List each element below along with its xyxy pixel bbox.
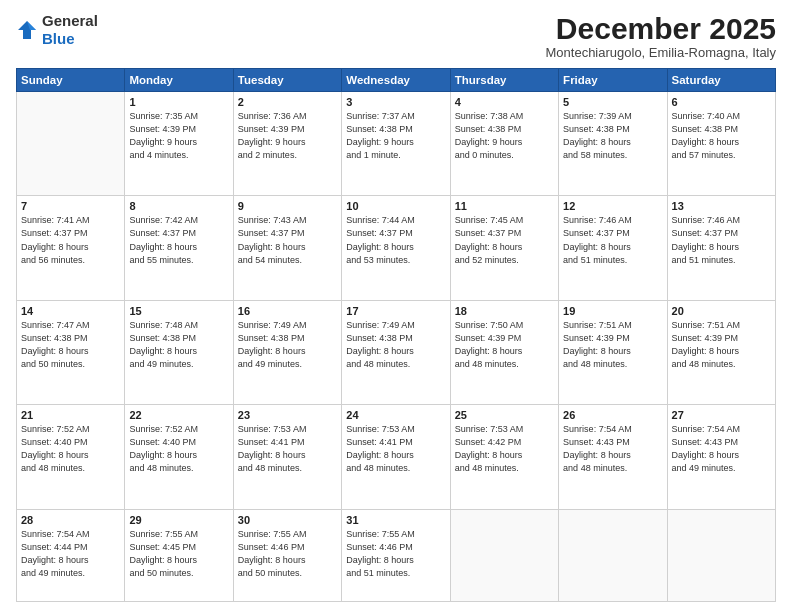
calendar-cell: 13Sunrise: 7:46 AMSunset: 4:37 PMDayligh… xyxy=(667,196,775,300)
day-number: 17 xyxy=(346,305,445,317)
day-info: Sunrise: 7:43 AMSunset: 4:37 PMDaylight:… xyxy=(238,214,337,266)
day-info: Sunrise: 7:54 AMSunset: 4:43 PMDaylight:… xyxy=(563,423,662,475)
calendar-week-4: 21Sunrise: 7:52 AMSunset: 4:40 PMDayligh… xyxy=(17,405,776,509)
calendar-cell: 10Sunrise: 7:44 AMSunset: 4:37 PMDayligh… xyxy=(342,196,450,300)
day-info: Sunrise: 7:47 AMSunset: 4:38 PMDaylight:… xyxy=(21,319,120,371)
calendar-cell xyxy=(667,509,775,601)
day-info: Sunrise: 7:52 AMSunset: 4:40 PMDaylight:… xyxy=(129,423,228,475)
calendar-cell: 16Sunrise: 7:49 AMSunset: 4:38 PMDayligh… xyxy=(233,300,341,404)
day-number: 19 xyxy=(563,305,662,317)
day-number: 28 xyxy=(21,514,120,526)
calendar-cell: 3Sunrise: 7:37 AMSunset: 4:38 PMDaylight… xyxy=(342,92,450,196)
day-info: Sunrise: 7:50 AMSunset: 4:39 PMDaylight:… xyxy=(455,319,554,371)
calendar-cell: 28Sunrise: 7:54 AMSunset: 4:44 PMDayligh… xyxy=(17,509,125,601)
day-number: 13 xyxy=(672,200,771,212)
day-info: Sunrise: 7:53 AMSunset: 4:41 PMDaylight:… xyxy=(346,423,445,475)
weekday-header-tuesday: Tuesday xyxy=(233,69,341,92)
calendar-table: SundayMondayTuesdayWednesdayThursdayFrid… xyxy=(16,68,776,602)
calendar-cell: 22Sunrise: 7:52 AMSunset: 4:40 PMDayligh… xyxy=(125,405,233,509)
title-area: December 2025 Montechiarugolo, Emilia-Ro… xyxy=(546,12,777,60)
calendar-cell xyxy=(17,92,125,196)
calendar-cell: 8Sunrise: 7:42 AMSunset: 4:37 PMDaylight… xyxy=(125,196,233,300)
day-number: 11 xyxy=(455,200,554,212)
day-info: Sunrise: 7:37 AMSunset: 4:38 PMDaylight:… xyxy=(346,110,445,162)
day-info: Sunrise: 7:53 AMSunset: 4:42 PMDaylight:… xyxy=(455,423,554,475)
day-info: Sunrise: 7:44 AMSunset: 4:37 PMDaylight:… xyxy=(346,214,445,266)
day-number: 23 xyxy=(238,409,337,421)
day-info: Sunrise: 7:35 AMSunset: 4:39 PMDaylight:… xyxy=(129,110,228,162)
day-number: 2 xyxy=(238,96,337,108)
calendar-cell: 25Sunrise: 7:53 AMSunset: 4:42 PMDayligh… xyxy=(450,405,558,509)
calendar-week-5: 28Sunrise: 7:54 AMSunset: 4:44 PMDayligh… xyxy=(17,509,776,601)
logo-text: General Blue xyxy=(42,12,98,48)
day-info: Sunrise: 7:46 AMSunset: 4:37 PMDaylight:… xyxy=(563,214,662,266)
calendar-cell: 1Sunrise: 7:35 AMSunset: 4:39 PMDaylight… xyxy=(125,92,233,196)
calendar-cell: 11Sunrise: 7:45 AMSunset: 4:37 PMDayligh… xyxy=(450,196,558,300)
day-number: 7 xyxy=(21,200,120,212)
day-info: Sunrise: 7:39 AMSunset: 4:38 PMDaylight:… xyxy=(563,110,662,162)
day-number: 25 xyxy=(455,409,554,421)
day-info: Sunrise: 7:49 AMSunset: 4:38 PMDaylight:… xyxy=(238,319,337,371)
month-title: December 2025 xyxy=(546,12,777,45)
day-info: Sunrise: 7:54 AMSunset: 4:44 PMDaylight:… xyxy=(21,528,120,580)
calendar-cell: 17Sunrise: 7:49 AMSunset: 4:38 PMDayligh… xyxy=(342,300,450,404)
day-number: 24 xyxy=(346,409,445,421)
day-info: Sunrise: 7:55 AMSunset: 4:45 PMDaylight:… xyxy=(129,528,228,580)
weekday-header-monday: Monday xyxy=(125,69,233,92)
logo-general: General xyxy=(42,12,98,29)
calendar-cell: 18Sunrise: 7:50 AMSunset: 4:39 PMDayligh… xyxy=(450,300,558,404)
day-number: 8 xyxy=(129,200,228,212)
day-info: Sunrise: 7:51 AMSunset: 4:39 PMDaylight:… xyxy=(563,319,662,371)
calendar-cell: 7Sunrise: 7:41 AMSunset: 4:37 PMDaylight… xyxy=(17,196,125,300)
logo: General Blue xyxy=(16,12,98,48)
day-number: 26 xyxy=(563,409,662,421)
calendar-cell: 5Sunrise: 7:39 AMSunset: 4:38 PMDaylight… xyxy=(559,92,667,196)
day-info: Sunrise: 7:53 AMSunset: 4:41 PMDaylight:… xyxy=(238,423,337,475)
weekday-header-saturday: Saturday xyxy=(667,69,775,92)
day-number: 20 xyxy=(672,305,771,317)
calendar-cell: 27Sunrise: 7:54 AMSunset: 4:43 PMDayligh… xyxy=(667,405,775,509)
day-number: 4 xyxy=(455,96,554,108)
calendar-cell: 21Sunrise: 7:52 AMSunset: 4:40 PMDayligh… xyxy=(17,405,125,509)
weekday-header-thursday: Thursday xyxy=(450,69,558,92)
calendar-cell: 26Sunrise: 7:54 AMSunset: 4:43 PMDayligh… xyxy=(559,405,667,509)
calendar-cell: 14Sunrise: 7:47 AMSunset: 4:38 PMDayligh… xyxy=(17,300,125,404)
day-number: 27 xyxy=(672,409,771,421)
day-number: 31 xyxy=(346,514,445,526)
day-number: 1 xyxy=(129,96,228,108)
day-info: Sunrise: 7:51 AMSunset: 4:39 PMDaylight:… xyxy=(672,319,771,371)
day-info: Sunrise: 7:45 AMSunset: 4:37 PMDaylight:… xyxy=(455,214,554,266)
day-number: 15 xyxy=(129,305,228,317)
logo-blue: Blue xyxy=(42,30,75,47)
day-info: Sunrise: 7:42 AMSunset: 4:37 PMDaylight:… xyxy=(129,214,228,266)
day-number: 16 xyxy=(238,305,337,317)
day-number: 3 xyxy=(346,96,445,108)
calendar-cell: 2Sunrise: 7:36 AMSunset: 4:39 PMDaylight… xyxy=(233,92,341,196)
day-info: Sunrise: 7:54 AMSunset: 4:43 PMDaylight:… xyxy=(672,423,771,475)
day-number: 14 xyxy=(21,305,120,317)
day-info: Sunrise: 7:49 AMSunset: 4:38 PMDaylight:… xyxy=(346,319,445,371)
day-info: Sunrise: 7:52 AMSunset: 4:40 PMDaylight:… xyxy=(21,423,120,475)
calendar-cell: 12Sunrise: 7:46 AMSunset: 4:37 PMDayligh… xyxy=(559,196,667,300)
calendar-week-1: 1Sunrise: 7:35 AMSunset: 4:39 PMDaylight… xyxy=(17,92,776,196)
calendar-cell: 19Sunrise: 7:51 AMSunset: 4:39 PMDayligh… xyxy=(559,300,667,404)
calendar-page: General Blue December 2025 Montechiarugo… xyxy=(0,0,792,612)
calendar-cell xyxy=(450,509,558,601)
calendar-cell: 23Sunrise: 7:53 AMSunset: 4:41 PMDayligh… xyxy=(233,405,341,509)
calendar-week-3: 14Sunrise: 7:47 AMSunset: 4:38 PMDayligh… xyxy=(17,300,776,404)
top-area: General Blue December 2025 Montechiarugo… xyxy=(16,12,776,60)
weekday-header-sunday: Sunday xyxy=(17,69,125,92)
calendar-cell: 6Sunrise: 7:40 AMSunset: 4:38 PMDaylight… xyxy=(667,92,775,196)
calendar-cell: 20Sunrise: 7:51 AMSunset: 4:39 PMDayligh… xyxy=(667,300,775,404)
day-number: 18 xyxy=(455,305,554,317)
day-info: Sunrise: 7:36 AMSunset: 4:39 PMDaylight:… xyxy=(238,110,337,162)
weekday-header-friday: Friday xyxy=(559,69,667,92)
calendar-header-row: SundayMondayTuesdayWednesdayThursdayFrid… xyxy=(17,69,776,92)
location-subtitle: Montechiarugolo, Emilia-Romagna, Italy xyxy=(546,45,777,60)
day-info: Sunrise: 7:38 AMSunset: 4:38 PMDaylight:… xyxy=(455,110,554,162)
logo-icon xyxy=(16,19,38,41)
day-info: Sunrise: 7:48 AMSunset: 4:38 PMDaylight:… xyxy=(129,319,228,371)
day-number: 12 xyxy=(563,200,662,212)
day-info: Sunrise: 7:40 AMSunset: 4:38 PMDaylight:… xyxy=(672,110,771,162)
day-info: Sunrise: 7:55 AMSunset: 4:46 PMDaylight:… xyxy=(238,528,337,580)
